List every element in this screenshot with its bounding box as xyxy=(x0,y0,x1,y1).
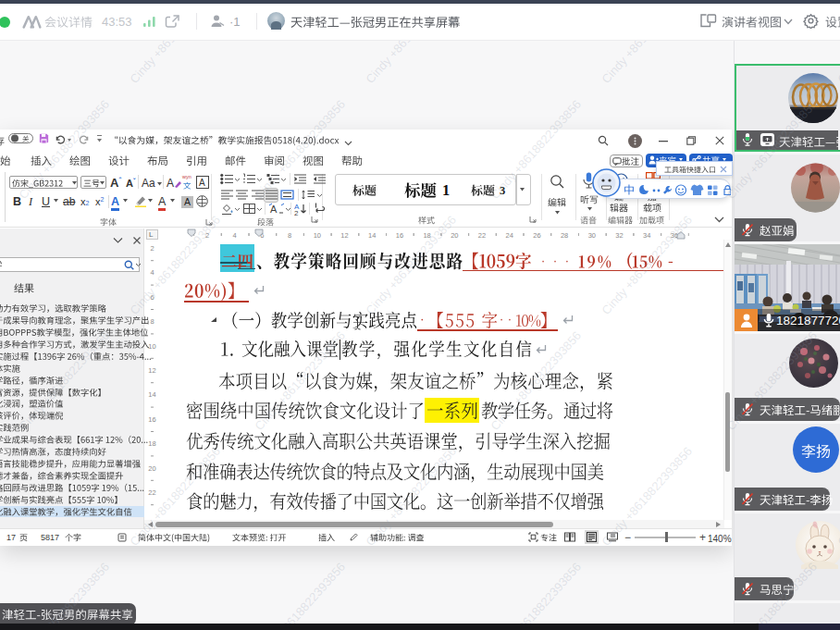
svg-text:12: 12 xyxy=(340,231,348,240)
svg-text:12: 12 xyxy=(148,366,155,375)
svg-text:10: 10 xyxy=(314,231,321,240)
svg-text:22: 22 xyxy=(478,231,486,240)
svg-text:22: 22 xyxy=(148,488,155,497)
svg-text:20: 20 xyxy=(451,231,458,240)
svg-text:26: 26 xyxy=(533,231,540,240)
svg-text:18: 18 xyxy=(423,231,430,240)
svg-text:30: 30 xyxy=(588,231,596,240)
svg-text:4: 4 xyxy=(233,231,237,240)
svg-text:2: 2 xyxy=(294,209,299,216)
svg-text:20: 20 xyxy=(148,464,155,473)
svg-text:A: A xyxy=(270,204,278,215)
svg-text:16: 16 xyxy=(148,415,155,424)
svg-text:34: 34 xyxy=(643,231,650,240)
svg-text:6: 6 xyxy=(150,293,154,302)
svg-text:24: 24 xyxy=(506,231,513,240)
svg-text:28: 28 xyxy=(561,231,568,240)
svg-text:32: 32 xyxy=(615,231,623,240)
svg-text:8: 8 xyxy=(288,231,291,240)
svg-text:2: 2 xyxy=(205,231,209,240)
svg-text:4: 4 xyxy=(150,268,154,277)
svg-text:14: 14 xyxy=(368,231,376,240)
svg-text:16: 16 xyxy=(396,231,403,240)
svg-text:14: 14 xyxy=(148,390,155,399)
svg-text:2: 2 xyxy=(150,244,154,253)
